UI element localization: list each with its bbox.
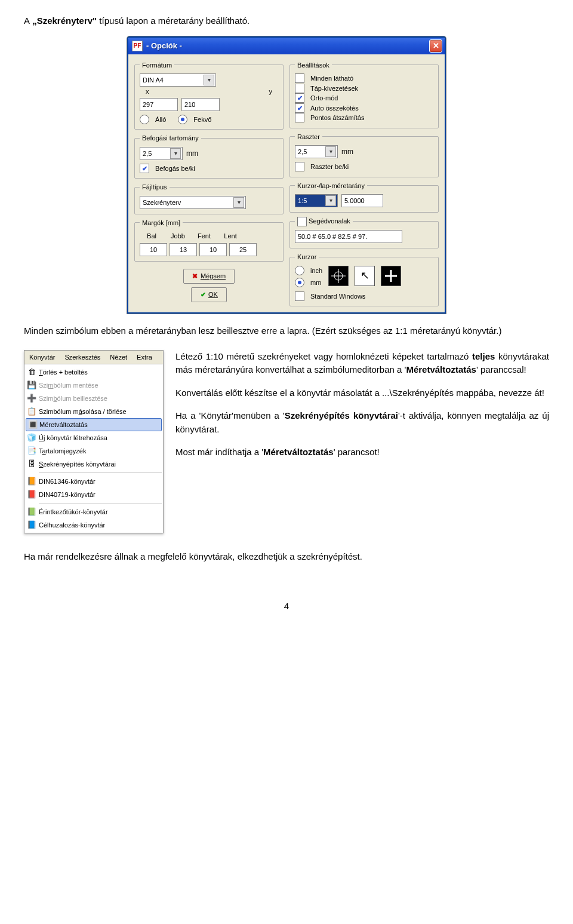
snap-group: Befogási tartomány 2,5 mm Befogás be/ki bbox=[134, 133, 284, 179]
app-icon: PF bbox=[132, 41, 143, 51]
menu-item-10[interactable]: 📗Érintkezőtükör-könyvtár bbox=[24, 505, 163, 518]
menu-item-0[interactable]: 🗑Törlés + betöltés bbox=[24, 366, 163, 379]
menu-item-label: DIN40719-könyvtár bbox=[39, 490, 158, 500]
opt-all-visible-checkbox[interactable] bbox=[295, 73, 304, 83]
filetype-select[interactable]: Szekrényterv bbox=[140, 196, 246, 209]
snap-value-select[interactable]: 2,5 bbox=[140, 147, 183, 160]
scale-value-input[interactable]: 5.0000 bbox=[341, 194, 383, 207]
menu-item-label: Méretváltoztatás bbox=[39, 420, 156, 430]
scale-group: Kurzor-/lap-méretarány 1:5 5.0000 bbox=[289, 181, 439, 213]
menu-item-2: ➕Szimbólum beillesztése bbox=[24, 392, 163, 405]
menu-item-11[interactable]: 📘Célhuzalozás-könyvtár bbox=[24, 518, 163, 532]
menu-item-6[interactable]: 📑Tartalomjegyzék bbox=[24, 444, 163, 458]
menu-item-icon: 🧊 bbox=[24, 431, 39, 444]
guide-p3: Ha a 'Könytár'menüben a 'Szekrényépítés … bbox=[175, 409, 549, 436]
menu-item-label: Törlés + betöltés bbox=[39, 367, 158, 377]
margins-group: Margók [mm] Bal Jobb Fent Lent 10 13 10 … bbox=[134, 218, 284, 262]
menu-item-icon: 🔳 bbox=[26, 418, 39, 431]
intro-paragraph: A „Szekrényterv" típusú lapon a méretará… bbox=[24, 14, 549, 28]
menu-item-label: Tartalomjegyzék bbox=[39, 446, 158, 456]
options-dialog: PF - Opciók - ✕ Formátum DIN A4 xy 297 2… bbox=[127, 36, 446, 314]
cursor-group: Kurzor inch mm ↖ Standard Windows bbox=[289, 252, 439, 306]
menu-item-label: Szimbólum beillesztése bbox=[39, 394, 158, 404]
menu-item-icon: 📋 bbox=[24, 405, 39, 418]
cursor-style-arrow[interactable]: ↖ bbox=[355, 266, 375, 286]
opt-exact-recalc-checkbox[interactable] bbox=[295, 113, 304, 122]
raster-group: Raszter 2,5mm Raszter be/ki bbox=[289, 132, 439, 177]
cancel-icon: ✖ bbox=[192, 273, 198, 279]
menu-item-icon: 📘 bbox=[24, 518, 39, 532]
menu-item-4[interactable]: 🔳Méretváltoztatás bbox=[26, 418, 162, 431]
cursor-mm-radio[interactable] bbox=[295, 278, 304, 287]
final-paragraph: Ha már rendelkezésre állnak a megfelelő … bbox=[24, 550, 549, 564]
menu-item-icon: 📑 bbox=[24, 444, 39, 458]
menu-item-label: Szimbólum másolása / törlése bbox=[39, 407, 158, 417]
opt-power-terminals-checkbox[interactable] bbox=[295, 84, 304, 93]
menu-extras[interactable]: Extra bbox=[132, 351, 157, 364]
cursor-style-crosshair[interactable] bbox=[328, 266, 349, 286]
raster-value-select[interactable]: 2,5 bbox=[295, 145, 338, 158]
filetype-group: Fájltípus Szekrényterv bbox=[134, 182, 284, 214]
menu-item-icon: 📕 bbox=[24, 488, 39, 501]
menu-item-label: Új könyvtár létrehozása bbox=[39, 433, 158, 443]
menu-item-7[interactable]: 🗄Szekrényépítés könyvtárai bbox=[24, 458, 163, 471]
ok-button[interactable]: ✔OK bbox=[191, 287, 227, 302]
menu-library[interactable]: Könyvtár bbox=[24, 351, 60, 364]
menu-item-icon: 📗 bbox=[24, 505, 39, 518]
window-title: - Opciók - bbox=[146, 40, 429, 52]
menu-item-8[interactable]: 📙DIN61346-könyvtár bbox=[24, 475, 163, 488]
menu-item-label: Szekrényépítés könyvtárai bbox=[39, 459, 158, 469]
menu-item-icon: 🗄 bbox=[24, 458, 39, 471]
menu-item-icon: 📙 bbox=[24, 475, 39, 488]
menu-item-icon: 💾 bbox=[24, 379, 39, 392]
menu-edit[interactable]: Szerkesztés bbox=[60, 351, 105, 364]
menu-item-label: Célhuzalozás-könyvtár bbox=[39, 520, 158, 530]
menu-item-9[interactable]: 📕DIN40719-könyvtár bbox=[24, 488, 163, 501]
menu-item-label: Szimbólum mentése bbox=[39, 380, 158, 391]
menu-item-5[interactable]: 🧊Új könyvtár létrehozása bbox=[24, 431, 163, 444]
cursor-style-plus[interactable] bbox=[381, 266, 401, 286]
guide-p2: Konvertálás előtt készítse el a könyvtár… bbox=[175, 386, 549, 400]
raster-toggle-checkbox[interactable] bbox=[295, 162, 304, 171]
opt-autoconnect-checkbox[interactable] bbox=[295, 103, 304, 113]
orientation-landscape-radio[interactable] bbox=[178, 115, 187, 124]
cancel-button[interactable]: ✖Mégsem bbox=[183, 269, 235, 284]
menu-item-1: 💾Szimbólum mentése bbox=[24, 379, 163, 392]
margin-right-input[interactable]: 13 bbox=[170, 243, 197, 256]
format-x-input[interactable]: 297 bbox=[140, 98, 178, 111]
snap-toggle-checkbox[interactable] bbox=[140, 164, 149, 173]
guide-p1: Létező 1:10 méretű szekrényeket vagy hom… bbox=[175, 350, 549, 377]
menu-item-3[interactable]: 📋Szimbólum másolása / törlése bbox=[24, 405, 163, 418]
library-menu: Könyvtár Szerkesztés Nézet Extra 🗑Törlés… bbox=[24, 350, 164, 534]
menu-item-icon: 🗑 bbox=[24, 366, 39, 379]
titlebar[interactable]: PF - Opciók - ✕ bbox=[128, 38, 445, 54]
opt-ortho-checkbox[interactable] bbox=[295, 93, 304, 103]
menu-bar: Könyvtár Szerkesztés Nézet Extra bbox=[24, 351, 163, 365]
paragraph-after-dialog: Minden szimbólum ebben a méretarányban l… bbox=[24, 324, 549, 338]
ok-icon: ✔ bbox=[200, 291, 206, 297]
margin-bottom-input[interactable]: 25 bbox=[229, 243, 257, 256]
cursor-std-checkbox[interactable] bbox=[295, 291, 304, 301]
format-select[interactable]: DIN A4 bbox=[140, 73, 216, 87]
margin-left-input[interactable]: 10 bbox=[140, 243, 167, 256]
orientation-portrait-radio[interactable] bbox=[140, 115, 149, 124]
format-group: Formátum DIN A4 xy 297 210 Álló Fekvő bbox=[134, 60, 284, 130]
margin-top-input[interactable]: 10 bbox=[199, 243, 227, 256]
scale-select[interactable]: 1:5 bbox=[295, 194, 338, 207]
format-y-input[interactable]: 210 bbox=[181, 98, 220, 111]
aux-lines-checkbox[interactable] bbox=[297, 217, 307, 226]
settings-group: Beállítások Minden látható Táp-kivezetés… bbox=[289, 60, 439, 128]
cursor-inch-radio[interactable] bbox=[295, 266, 304, 275]
menu-item-label: Érintkezőtükör-könyvtár bbox=[39, 507, 158, 517]
guide-p4: Most már indíthatja a 'Méretváltoztatás'… bbox=[175, 446, 549, 459]
close-icon[interactable]: ✕ bbox=[429, 39, 442, 53]
menu-view[interactable]: Nézet bbox=[105, 351, 132, 364]
aux-lines-group: Segédvonalak 50.0 # 65.0 # 82.5 # 97. bbox=[289, 216, 439, 248]
menu-item-icon: ➕ bbox=[24, 392, 39, 405]
aux-lines-input[interactable]: 50.0 # 65.0 # 82.5 # 97. bbox=[295, 230, 402, 243]
menu-item-label: DIN61346-könyvtár bbox=[39, 477, 158, 487]
page-number: 4 bbox=[24, 600, 549, 613]
